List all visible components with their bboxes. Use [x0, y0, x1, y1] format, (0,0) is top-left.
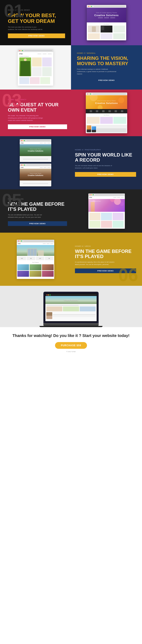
section-6-left: D'NA	[0, 233, 71, 286]
mock-4b-title: Creative Solutions	[28, 174, 43, 176]
purchase-button[interactable]: PURCHASE $59	[55, 342, 87, 349]
section-hero-2: D'NA Creative Solutions	[0, 45, 142, 90]
laptop-showcase: Creative Solutions	[0, 286, 142, 327]
section-1-left: 01 HOME 1 / MAIN DEMO SHOW YOUR BEST, GE…	[0, 0, 71, 45]
section-4-desc: You are not lesser thinker and not are t…	[75, 164, 114, 169]
section-4-preview-btn[interactable]: PREVIEW DEMO	[75, 172, 136, 177]
section-5-mockup: D'NA Caitlyna Secret Post	[88, 194, 125, 229]
mock-3-title: Creative Solutions	[95, 102, 118, 104]
section-hero-5: 05 HOME 5 / BLOG WIN THE GAME BEFORE IT'…	[0, 189, 142, 233]
section-1-desc: The more you tailor the workshop to your…	[8, 26, 43, 31]
section-1-number: 01	[4, 2, 24, 20]
laptop: Creative Solutions	[43, 292, 99, 327]
section-2-left: D'NA Creative Solutions	[0, 45, 71, 90]
section-3-mockup: Click & Create Agency Theme Creative Sol…	[86, 92, 127, 133]
section-hero-1: 01 HOME 1 / MAIN DEMO SHOW YOUR BEST, GE…	[0, 0, 142, 45]
section-5-left: 05 HOME 5 / BLOG WIN THE GAME BEFORE IT'…	[0, 189, 71, 233]
section-1-mockup: Click & Create Agency Theme Creative Sol…	[87, 5, 126, 40]
section-4-right: HOME 4 / PHOTOGRAPHY SPIN YOUR WORLD LIK…	[71, 136, 142, 189]
section-3-desc: We create. You celebrate. Full planning …	[8, 114, 43, 122]
section-2-right: HOME 2 / MINIMAL SHARING THE VISION, MOV…	[71, 45, 142, 90]
section-6-preview-btn[interactable]: PREVIEW DEMO	[75, 268, 136, 273]
section-2-mockup: D'NA Creative Solutions	[18, 49, 53, 86]
section-hero-6: D'NA	[0, 233, 142, 286]
mock-4a-title: Creative Solutions	[28, 150, 43, 152]
laptop-screen: Creative Solutions	[43, 292, 99, 323]
section-5-right: D'NA Caitlyna Secret Post	[71, 189, 142, 233]
section-5-desc: You are not defeated when you lose. You …	[8, 214, 43, 218]
section-4-headline: SPIN YOUR WORLD LIKE A RECORD	[75, 152, 136, 163]
section-6-headline: WIN THE GAME BEFORE IT'S PLAYED	[75, 249, 136, 259]
section-6-right: HOME 6 / ARCH WIN THE GAME BEFORE IT'S P…	[71, 233, 142, 286]
mock-1-subtitle: Click & Create Agency Theme	[96, 12, 117, 14]
section-5-preview-btn[interactable]: PREVIEW DEMO	[8, 221, 67, 226]
section-6-desc: In a professional capacity, this is the …	[75, 261, 114, 266]
section-4-breadcrumb: HOME 4 / PHOTOGRAPHY	[75, 149, 136, 151]
section-4-mockup-1: D'NA Click & Create Theme Creative Solut…	[20, 139, 51, 162]
section-1-right: Click & Create Agency Theme Creative Sol…	[71, 0, 142, 45]
section-4-mockup-2: D'NA Click & Create Theme Creative Solut…	[20, 164, 51, 186]
footer: Thanks for watching! Do you like it ? St…	[0, 327, 142, 358]
section-hero-3: 03 HOME 3 / AGENCY BE A GUEST AT YOUR OW…	[0, 90, 142, 136]
copyright: © 2017 D'NA	[8, 351, 134, 352]
section-3-right: Click & Create Agency Theme Creative Sol…	[71, 90, 142, 136]
section-4-left: D'NA Click & Create Theme Creative Solut…	[0, 136, 71, 189]
section-6-breadcrumb: HOME 6 / ARCH	[75, 245, 136, 247]
section-3-number: 03	[2, 92, 22, 109]
section-2-preview-btn[interactable]: PREVIEW DEMO	[77, 78, 136, 83]
mock-1-title: Creative Solutions	[94, 14, 118, 17]
section-4-mockups: D'NA Click & Create Theme Creative Solut…	[20, 139, 51, 186]
section-3-left: 03 HOME 3 / AGENCY BE A GUEST AT YOUR OW…	[0, 90, 71, 136]
footer-thanks-text: Thanks for watching! Do you like it ? St…	[8, 333, 134, 338]
section-2-desc: From informal meetups to cabinet. Holdtr…	[77, 68, 116, 75]
section-3-preview-btn[interactable]: PREVIEW DEMO	[8, 124, 67, 129]
section-2-breadcrumb: HOME 2 / MINIMAL	[77, 52, 136, 54]
laptop-base	[43, 323, 99, 326]
section-5-number: 05	[2, 191, 22, 209]
section-1-preview-btn[interactable]: PREVIEW DEMO	[8, 34, 65, 38]
laptop-bottom	[40, 326, 103, 327]
section-6-mockup: D'NA	[17, 240, 54, 279]
section-2-headline: SHARING THE VISION, MOVING TO MASTERY	[77, 56, 136, 66]
section-hero-4: D'NA Click & Create Theme Creative Solut…	[0, 136, 142, 189]
